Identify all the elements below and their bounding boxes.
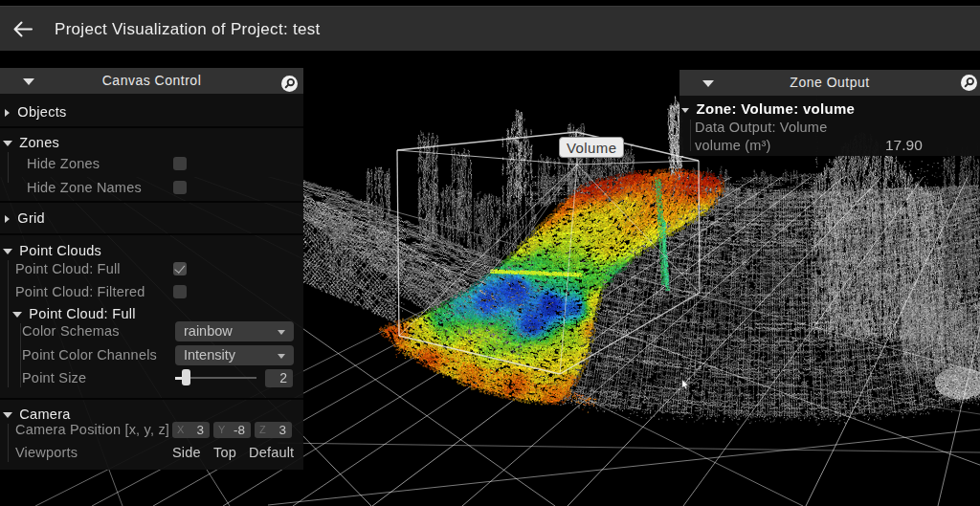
point-cloud-filtered-checkbox[interactable]	[173, 285, 187, 298]
point-cloud-full-group-label: Point Cloud: Full	[29, 306, 136, 321]
divider	[0, 398, 303, 400]
camera-x-axis-label: X	[177, 422, 184, 438]
zone-name-row[interactable]: Zone: Volume: volume	[681, 99, 855, 119]
zone-output-panel: Zone Output Zone: Volume: volume Data Ou…	[679, 70, 980, 156]
tree-guide-line	[20, 323, 21, 387]
viewport-top-button[interactable]: Top	[213, 443, 236, 462]
tree-guide-line	[8, 152, 9, 183]
section-objects[interactable]: Objects	[5, 102, 67, 121]
tree-guide-line	[690, 120, 691, 151]
tree-guide-line	[8, 260, 9, 387]
section-point-clouds[interactable]: Point Clouds	[3, 241, 101, 260]
point-color-channels-value: Intensity	[184, 347, 235, 363]
point-size-value: 2	[265, 369, 293, 387]
section-grid[interactable]: Grid	[5, 209, 45, 228]
color-schemas-value: rainbow	[184, 323, 233, 339]
viewport-side-button[interactable]: Side	[172, 443, 201, 462]
point-size-slider-handle[interactable]	[182, 369, 190, 385]
objects-label: Objects	[17, 104, 66, 120]
divider	[0, 126, 303, 128]
camera-x-value: 3	[196, 422, 204, 438]
grid-label: Grid	[17, 210, 45, 226]
hide-zone-names-checkbox[interactable]	[173, 181, 187, 194]
mouse-cursor-icon	[681, 379, 691, 391]
point-clouds-label: Point Clouds	[19, 243, 101, 258]
camera-x-input[interactable]: X 3	[172, 422, 210, 438]
point-cloud-full-checkbox[interactable]	[173, 262, 187, 275]
color-schemas-select[interactable]: rainbow	[175, 321, 294, 341]
expand-icon	[5, 109, 10, 117]
zones-label: Zones	[19, 135, 59, 150]
zone-output-title: Zone Output	[679, 70, 980, 96]
point-color-channels-label: Point Color Channels	[22, 345, 157, 364]
collapse-icon	[681, 108, 689, 113]
color-schemas-label: Color Schemas	[22, 321, 120, 341]
point-size-label: Point Size	[22, 368, 86, 387]
canvas-control-title: Canvas Control	[0, 68, 303, 94]
hide-zones-checkbox[interactable]	[173, 157, 187, 170]
camera-z-input[interactable]: Z 3	[255, 422, 292, 438]
volume-unit-label: volume (m³)	[695, 136, 771, 155]
expand-icon	[5, 215, 10, 223]
collapse-icon	[3, 249, 12, 254]
collapse-icon	[12, 312, 22, 318]
zone-name-label: Zone: Volume: volume	[696, 100, 855, 117]
back-button[interactable]	[13, 20, 33, 38]
section-zones[interactable]: Zones	[3, 133, 59, 152]
canvas-control-header[interactable]: Canvas Control	[0, 68, 303, 94]
point-cloud-full-label: Point Cloud: Full	[15, 259, 121, 278]
collapse-icon	[3, 412, 12, 418]
camera-y-axis-label: Y	[218, 422, 225, 438]
tree-guide-line	[8, 424, 9, 462]
zone-output-header[interactable]: Zone Output	[679, 70, 980, 96]
point-color-channels-select[interactable]: Intensity	[175, 345, 294, 365]
collapse-icon	[3, 141, 12, 146]
viewport-default-button[interactable]: Default	[249, 443, 294, 462]
chevron-down-icon	[278, 330, 285, 335]
viewports-label: Viewports	[15, 443, 78, 462]
camera-y-input[interactable]: Y -8	[213, 422, 251, 438]
camera-z-value: 3	[278, 422, 286, 438]
camera-position-label: Camera Position [x, y, z]	[15, 420, 169, 439]
camera-y-value: -8	[234, 422, 245, 438]
subsection-point-cloud-full[interactable]: Point Cloud: Full	[12, 304, 136, 323]
page-title: Project Visualization of Project: test	[55, 7, 321, 52]
divider	[0, 233, 303, 235]
hide-zones-label: Hide Zones	[27, 154, 100, 173]
app-window: Volume Project Visualization of Project:…	[0, 0, 980, 506]
data-output-label: Data Output: Volume	[695, 118, 827, 137]
search-icon[interactable]	[281, 76, 298, 92]
camera-z-axis-label: Z	[259, 422, 266, 438]
point-cloud-filtered-label: Point Cloud: Filtered	[15, 282, 145, 301]
hide-zone-names-label: Hide Zone Names	[27, 178, 142, 197]
title-bar: Project Visualization of Project: test	[0, 6, 980, 51]
canvas-control-panel: Canvas Control Objects Zones Hide Zones …	[0, 68, 303, 470]
zone-box-label: Volume	[559, 137, 624, 158]
volume-value: 17.90	[885, 136, 923, 155]
chevron-down-icon	[278, 354, 285, 359]
divider	[0, 201, 303, 203]
search-icon[interactable]	[961, 75, 977, 91]
